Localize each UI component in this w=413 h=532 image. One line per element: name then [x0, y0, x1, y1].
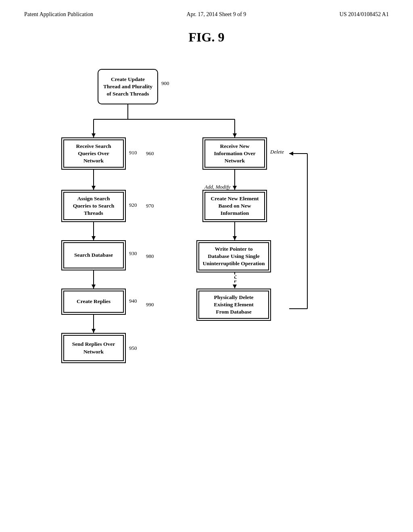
label-990: 990: [146, 301, 154, 308]
header-center: Apr. 17, 2014 Sheet 9 of 9: [187, 11, 246, 18]
svg-marker-17: [233, 236, 237, 240]
node-920: Assign Search Queries to Search Threads: [61, 190, 126, 222]
figure-title: FIG. 9: [0, 30, 413, 45]
svg-marker-13: [92, 329, 96, 333]
svg-marker-23: [289, 152, 293, 156]
node-910: Receive Search Queries Over Network: [61, 137, 126, 170]
svg-marker-19: [233, 285, 237, 289]
label-910: 910: [129, 150, 137, 156]
svg-marker-11: [92, 285, 96, 289]
label-950: 950: [129, 345, 137, 351]
label-940: 940: [129, 298, 137, 304]
svg-marker-9: [92, 236, 96, 240]
node-990: Physically Delete Existing Element From …: [196, 289, 271, 321]
node-960: Receive New Information Over Network: [202, 137, 267, 170]
node-930: Search Database: [61, 240, 126, 270]
node-980: Write Pointer to Database Using Single U…: [196, 240, 271, 272]
node-900: Create Update Thread and Plurality of Se…: [98, 69, 158, 104]
label-970: 970: [146, 203, 154, 209]
label-920: 920: [129, 202, 137, 208]
node-940: Create Replies: [61, 289, 126, 315]
svg-marker-7: [92, 186, 96, 190]
svg-marker-5: [233, 133, 237, 137]
ellipsis-dots: ⋮: [232, 274, 241, 283]
node-970: Create New Element Based on New Informat…: [202, 190, 267, 222]
label-960: 960: [146, 150, 154, 157]
diagram: Create Update Thread and Plurality of Se…: [49, 57, 364, 452]
header-right: US 2014/0108452 A1: [340, 11, 389, 18]
label-980: 980: [146, 253, 154, 260]
svg-marker-15: [233, 186, 237, 190]
delete-label: Delete: [270, 149, 284, 155]
header-left: Patent Application Publication: [24, 11, 93, 18]
label-930: 930: [129, 250, 137, 257]
add-modify-label: Add, Modify: [204, 184, 230, 190]
svg-marker-3: [92, 133, 96, 137]
node-950: Send Replies Over Network: [61, 333, 126, 363]
label-900: 900: [161, 80, 169, 87]
